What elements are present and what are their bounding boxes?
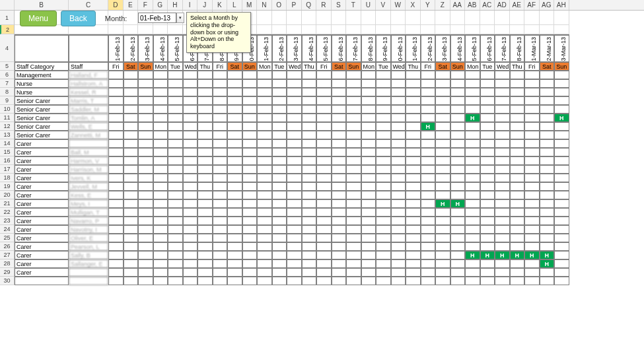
schedule-cell[interactable] (257, 174, 272, 182)
schedule-cell[interactable] (450, 182, 466, 191)
dow-cell[interactable]: Sat (435, 62, 450, 71)
schedule-cell[interactable] (197, 131, 213, 139)
schedule-cell[interactable] (138, 122, 153, 131)
schedule-cell[interactable] (124, 242, 139, 251)
col-header-T[interactable]: T (346, 0, 361, 10)
schedule-cell[interactable] (406, 131, 421, 139)
staff-name-cell[interactable]: Mulligan, T (69, 208, 108, 217)
staff-name-cell[interactable]: Navotny, I (69, 225, 108, 234)
schedule-cell[interactable] (272, 96, 287, 105)
schedule-cell[interactable] (168, 242, 183, 251)
schedule-cell[interactable] (197, 71, 213, 79)
schedule-cell[interactable] (124, 182, 139, 191)
schedule-cell[interactable] (287, 71, 302, 79)
schedule-cell[interactable] (316, 225, 332, 234)
dow-cell[interactable]: Sun (242, 62, 258, 71)
col-header-AE[interactable]: AE (510, 0, 525, 10)
schedule-cell[interactable] (554, 277, 569, 285)
schedule-cell[interactable] (465, 139, 480, 148)
staff-name-cell[interactable]: Ivers, K (69, 174, 108, 182)
date-header[interactable]: 02-Mar-13 (540, 35, 555, 62)
schedule-cell[interactable] (361, 217, 376, 225)
staff-name-cell[interactable]: Hallstrom, A (69, 79, 108, 88)
dow-cell[interactable]: Wed (183, 62, 198, 71)
schedule-cell[interactable] (197, 105, 213, 114)
schedule-cell[interactable] (316, 122, 332, 131)
schedule-cell[interactable] (183, 234, 198, 242)
schedule-cell[interactable] (524, 139, 540, 148)
staff-category-cell[interactable]: Carer (15, 148, 69, 156)
schedule-cell[interactable] (138, 225, 153, 234)
month-dropdown-arrow[interactable]: ▾ (176, 13, 184, 23)
schedule-cell[interactable] (213, 122, 228, 131)
schedule-cell[interactable] (153, 259, 168, 268)
schedule-cell[interactable] (465, 156, 480, 165)
schedule-cell[interactable] (450, 122, 466, 131)
schedule-cell[interactable] (480, 208, 495, 217)
schedule-cell[interactable] (480, 191, 495, 199)
schedule-cell[interactable] (272, 148, 287, 156)
schedule-cell[interactable] (465, 182, 480, 191)
schedule-cell[interactable] (465, 122, 480, 131)
dow-cell[interactable]: Fri (213, 62, 228, 71)
schedule-cell[interactable] (450, 234, 466, 242)
schedule-cell[interactable] (183, 88, 198, 96)
schedule-cell[interactable] (332, 105, 347, 114)
dow-cell[interactable]: Thu (302, 62, 317, 71)
schedule-cell[interactable] (124, 268, 139, 277)
schedule-cell[interactable] (495, 199, 510, 208)
schedule-cell[interactable] (376, 114, 391, 122)
schedule-cell[interactable] (435, 225, 450, 234)
schedule-cell[interactable] (124, 114, 139, 122)
schedule-cell[interactable] (480, 268, 495, 277)
schedule-cell[interactable] (183, 242, 198, 251)
schedule-cell[interactable] (197, 122, 213, 131)
schedule-cell[interactable] (391, 114, 406, 122)
schedule-cell[interactable] (510, 156, 525, 165)
schedule-cell[interactable] (495, 156, 510, 165)
schedule-cell[interactable] (435, 79, 450, 88)
cell-blank[interactable] (406, 25, 421, 34)
schedule-cell[interactable] (450, 114, 466, 122)
schedule-cell[interactable] (242, 191, 258, 199)
schedule-cell[interactable] (302, 251, 317, 259)
schedule-cell[interactable] (465, 242, 480, 251)
schedule-cell[interactable] (450, 242, 466, 251)
schedule-cell[interactable] (183, 268, 198, 277)
date-header[interactable]: 16-Feb-13 (332, 35, 347, 62)
schedule-cell[interactable] (421, 199, 436, 208)
date-header[interactable]: 23-Feb-13 (435, 35, 450, 62)
schedule-cell[interactable] (168, 217, 183, 225)
schedule-cell[interactable] (108, 105, 124, 114)
schedule-cell[interactable] (495, 96, 510, 105)
schedule-cell[interactable] (227, 96, 242, 105)
staff-category-cell[interactable]: Senior Carer (15, 96, 69, 105)
schedule-cell[interactable] (524, 88, 540, 96)
schedule-cell[interactable] (480, 156, 495, 165)
schedule-cell[interactable] (227, 234, 242, 242)
schedule-cell[interactable] (406, 191, 421, 199)
schedule-cell[interactable] (227, 191, 242, 199)
dow-cell[interactable]: Fri (316, 62, 332, 71)
schedule-cell[interactable] (421, 71, 436, 79)
schedule-cell[interactable] (391, 96, 406, 105)
schedule-cell[interactable] (108, 131, 124, 139)
schedule-cell[interactable] (361, 182, 376, 191)
schedule-cell[interactable] (302, 88, 317, 96)
schedule-cell[interactable] (332, 199, 347, 208)
schedule-cell[interactable] (465, 208, 480, 217)
header-staff-category[interactable]: Staff Category (15, 62, 69, 71)
schedule-cell[interactable] (480, 131, 495, 139)
schedule-cell[interactable]: H (435, 199, 450, 208)
schedule-cell[interactable] (153, 277, 168, 285)
cell-blank[interactable] (480, 11, 495, 25)
schedule-cell[interactable]: H (554, 114, 569, 122)
schedule-cell[interactable] (168, 79, 183, 88)
cell-blank[interactable] (524, 11, 540, 25)
cell-blank[interactable] (540, 11, 555, 25)
schedule-cell[interactable] (332, 182, 347, 191)
schedule-cell[interactable] (495, 208, 510, 217)
schedule-cell[interactable] (168, 251, 183, 259)
schedule-cell[interactable] (435, 208, 450, 217)
schedule-cell[interactable] (108, 139, 124, 148)
